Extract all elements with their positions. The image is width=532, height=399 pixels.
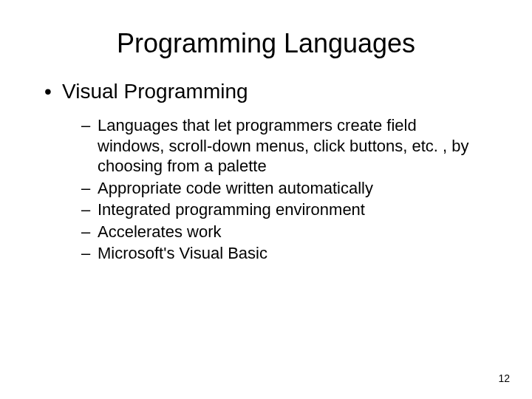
subitem-text: Integrated programming environment [98,200,473,220]
list-item: – Languages that let programmers create … [81,115,473,177]
bullet-level1: •Visual Programming [44,80,502,103]
list-item: – Appropriate code written automatically [81,178,473,199]
dash-icon: – [81,178,98,199]
page-number: 12 [498,372,510,384]
list-item: – Accelerates work [81,222,473,242]
slide-title: Programming Languages [30,28,502,59]
subitem-text: Accelerates work [98,222,473,242]
list-item: – Microsoft's Visual Basic [81,243,473,264]
subitem-text: Appropriate code written automatically [98,178,473,199]
dash-icon: – [81,243,98,264]
subitem-text: Languages that let programmers create fi… [98,115,473,177]
dash-icon: – [81,115,98,177]
dash-icon: – [81,222,98,242]
bullet-dot-icon: • [44,80,62,103]
dash-icon: – [81,200,98,220]
bullet-label: Visual Programming [62,80,248,103]
subitem-text: Microsoft's Visual Basic [98,243,473,264]
list-item: – Integrated programming environment [81,200,473,220]
subitem-list: – Languages that let programmers create … [81,115,473,264]
